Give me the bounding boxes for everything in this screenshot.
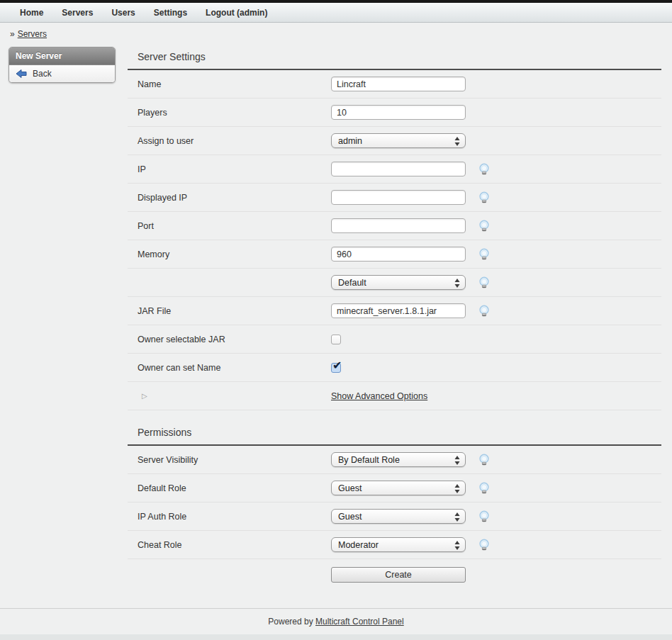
server-visibility-label: Server Visibility	[128, 455, 331, 465]
ip-help-bulb-icon[interactable]	[478, 163, 491, 176]
name-input[interactable]	[331, 77, 466, 91]
ip-auth-role-help-bulb-icon[interactable]	[478, 510, 491, 523]
ip-input[interactable]	[331, 162, 466, 176]
default-role-help-bulb-icon[interactable]	[478, 482, 491, 495]
create-button[interactable]: Create	[331, 567, 466, 583]
select-arrows-icon	[454, 456, 460, 467]
nav-item-logout[interactable]: Logout (admin)	[206, 8, 267, 18]
owner-can-set-name-checkbox[interactable]	[331, 363, 341, 373]
row-port: Port	[128, 212, 661, 240]
memory-input[interactable]	[331, 247, 466, 262]
row-advanced-options: ▷ Show Advanced Options	[128, 382, 661, 410]
row-jar-file: JAR File	[128, 297, 661, 325]
ip-auth-role-select[interactable]: Guest	[331, 509, 466, 524]
row-memory: Memory	[128, 240, 661, 269]
server-visibility-selected: By Default Role	[338, 455, 400, 465]
main-nav: Home Servers Users Settings Logout (admi…	[0, 3, 672, 23]
default-role-label: Default Role	[128, 483, 331, 493]
ip-label: IP	[128, 164, 331, 174]
row-memory-preset: Default	[128, 269, 661, 297]
side-menu: New Server Back	[9, 47, 116, 83]
row-assign-to-user: Assign to user admin	[128, 127, 661, 155]
nav-item-servers[interactable]: Servers	[62, 8, 93, 18]
displayed-ip-input[interactable]	[331, 190, 466, 205]
select-arrows-icon	[454, 512, 460, 524]
assign-to-user-select[interactable]: admin	[331, 133, 466, 148]
nav-item-users[interactable]: Users	[111, 8, 135, 18]
back-label: Back	[33, 69, 52, 79]
bottom-strip	[0, 634, 672, 640]
row-displayed-ip: Displayed IP	[128, 184, 661, 212]
footer: Powered by Multicraft Control Panel	[0, 608, 672, 627]
players-label: Players	[128, 108, 331, 118]
server-visibility-help-bulb-icon[interactable]	[478, 454, 491, 466]
server-settings-heading: Server Settings	[128, 47, 661, 70]
advanced-collapse-triangle-icon[interactable]: ▷	[128, 392, 331, 400]
cheat-role-selected: Moderator	[338, 540, 379, 550]
back-arrow-icon	[16, 69, 27, 79]
show-advanced-options-link[interactable]: Show Advanced Options	[331, 391, 427, 401]
default-role-selected: Guest	[338, 483, 362, 493]
row-name: Name	[128, 70, 661, 99]
default-role-select[interactable]: Guest	[331, 481, 466, 495]
owner-selectable-jar-checkbox[interactable]	[331, 335, 341, 344]
jar-file-help-bulb-icon[interactable]	[478, 305, 491, 318]
multicraft-link[interactable]: Multicraft Control Panel	[315, 617, 404, 627]
select-arrows-icon	[454, 137, 460, 148]
nav-item-settings[interactable]: Settings	[154, 8, 187, 18]
name-label: Name	[128, 79, 331, 89]
row-ip: IP	[128, 155, 661, 184]
main-content: Server Settings Name Players Assign to u…	[128, 47, 661, 590]
row-create: Create	[128, 559, 661, 590]
port-label: Port	[128, 221, 331, 231]
port-help-bulb-icon[interactable]	[478, 220, 491, 232]
nav-item-home[interactable]: Home	[20, 8, 43, 18]
breadcrumb-symbol: »	[10, 29, 15, 39]
port-input[interactable]	[331, 218, 466, 233]
row-owner-can-set-name: Owner can set Name	[128, 354, 661, 382]
memory-preset-selected: Default	[338, 278, 366, 288]
row-owner-selectable-jar: Owner selectable JAR	[128, 325, 661, 354]
server-visibility-select[interactable]: By Default Role	[331, 452, 466, 467]
side-menu-title: New Server	[9, 47, 115, 65]
owner-can-set-name-label: Owner can set Name	[128, 363, 331, 373]
row-players: Players	[128, 99, 661, 127]
cheat-role-select[interactable]: Moderator	[331, 537, 466, 552]
permissions-heading: Permissions	[128, 422, 661, 446]
select-arrows-icon	[454, 541, 460, 552]
powered-by-text: Powered by	[268, 617, 315, 627]
memory-preset-select[interactable]: Default	[331, 275, 466, 290]
memory-label: Memory	[128, 249, 331, 259]
jar-file-input[interactable]	[331, 303, 466, 318]
players-input[interactable]	[331, 105, 466, 120]
cheat-role-help-bulb-icon[interactable]	[478, 539, 491, 551]
breadcrumb-link-servers[interactable]: Servers	[18, 29, 47, 39]
breadcrumb: »Servers	[0, 23, 672, 39]
row-server-visibility: Server Visibility By Default Role	[128, 446, 661, 474]
select-arrows-icon	[454, 484, 460, 495]
row-default-role: Default Role Guest	[128, 474, 661, 503]
row-ip-auth-role: IP Auth Role Guest	[128, 503, 661, 531]
memory-help-bulb-icon[interactable]	[478, 248, 491, 261]
memory-preset-help-bulb-icon[interactable]	[478, 276, 491, 289]
ip-auth-role-label: IP Auth Role	[128, 512, 331, 522]
displayed-ip-help-bulb-icon[interactable]	[478, 191, 491, 204]
assign-to-user-selected: admin	[338, 136, 362, 146]
row-cheat-role: Cheat Role Moderator	[128, 531, 661, 559]
select-arrows-icon	[454, 279, 460, 290]
assign-to-user-label: Assign to user	[128, 136, 331, 146]
cheat-role-label: Cheat Role	[128, 540, 331, 550]
jar-file-label: JAR File	[128, 306, 331, 316]
back-button[interactable]: Back	[9, 65, 115, 82]
displayed-ip-label: Displayed IP	[128, 193, 331, 203]
owner-selectable-jar-label: Owner selectable JAR	[128, 335, 331, 344]
ip-auth-role-selected: Guest	[338, 512, 362, 522]
